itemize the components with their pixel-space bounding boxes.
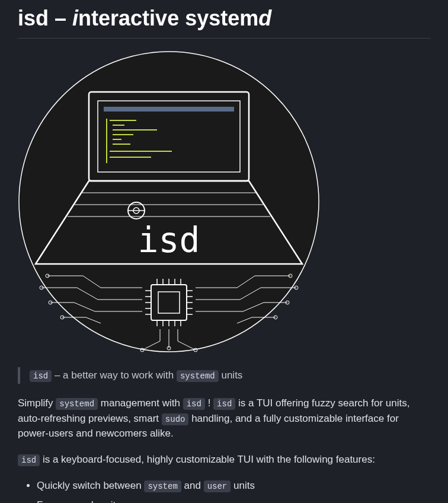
isd-logo-icon: isd bbox=[18, 50, 320, 353]
logo-image: isd bbox=[18, 50, 430, 353]
code-systemd: systemd bbox=[56, 398, 98, 410]
svg-rect-3 bbox=[104, 107, 234, 112]
code-sudo: sudo bbox=[162, 413, 189, 425]
description-paragraph-2: isd is a keyboard-focused, highly custom… bbox=[18, 452, 430, 467]
svg-text:isd: isd bbox=[138, 220, 200, 260]
page-title: isd – interactive systemd bbox=[18, 6, 430, 31]
code-isd: isd bbox=[30, 370, 52, 382]
list-item: Fuzzy search units bbox=[37, 497, 430, 503]
features-list: Quickly switch between system and user u… bbox=[18, 477, 430, 503]
code-isd: isd bbox=[213, 398, 235, 410]
description-paragraph-1: Simplify systemd management with isd ! i… bbox=[18, 396, 430, 441]
intro-blockquote: isd – a better way to work with systemd … bbox=[18, 367, 430, 384]
code-user: user bbox=[204, 480, 231, 492]
list-item: Quickly switch between system and user u… bbox=[37, 477, 430, 495]
svg-point-0 bbox=[19, 52, 319, 352]
code-isd: isd bbox=[18, 454, 40, 466]
title-divider bbox=[18, 38, 430, 39]
code-isd: isd bbox=[183, 398, 205, 410]
code-systemd: systemd bbox=[177, 370, 219, 382]
code-system: system bbox=[144, 480, 181, 492]
